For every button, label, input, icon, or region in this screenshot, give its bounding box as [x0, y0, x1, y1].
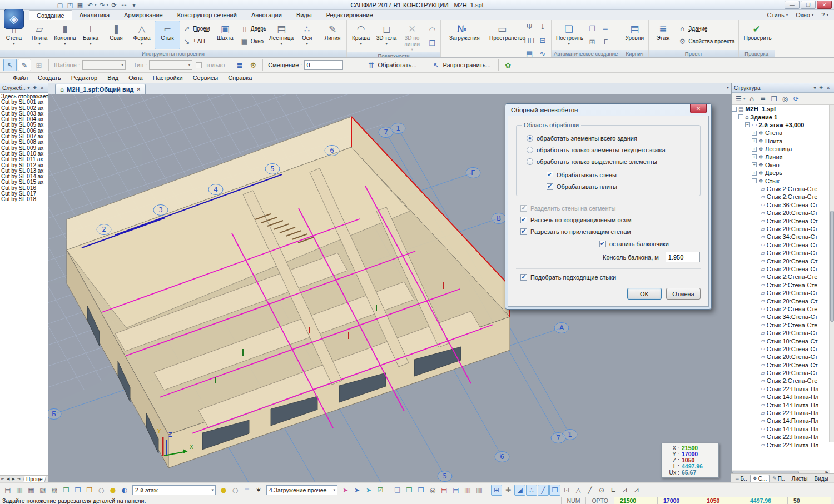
loads-show-icon[interactable]: ✶ — [253, 485, 264, 496]
sheet-red2-icon[interactable]: ▥ — [462, 485, 473, 496]
draw-angle-icon[interactable]: ∟ — [608, 485, 619, 496]
tree-node-joint[interactable]: ▱ Стык 2:Стена-Сте — [732, 305, 830, 313]
dialog-title-bar[interactable]: Сборный железобетон — [508, 104, 709, 116]
load-select-icon[interactable]: ➤ — [351, 485, 363, 496]
expand-icon[interactable]: + — [752, 171, 757, 176]
checkbox-keep-balconies[interactable] — [599, 241, 606, 247]
ribbon-button[interactable]: ▤ Лестница ▾ — [269, 21, 294, 49]
tree-node-joint[interactable]: ▱ Стык 2:Стена-Сте — [732, 185, 830, 193]
menu-item[interactable]: Создать — [33, 74, 66, 81]
cut-list-item[interactable]: Cut by SL 011 ax — [1, 157, 48, 162]
tree-node-joint[interactable]: ▱ Стык 2:Стена-Сте — [732, 377, 830, 385]
panel-tab[interactable]: Листы — [788, 475, 811, 482]
cut-list-item[interactable]: Cut by SL 018 — [1, 197, 48, 202]
panel-tab[interactable]: ≣Б.. — [732, 475, 750, 482]
chevron-down-icon[interactable]: ▾ — [26, 86, 32, 91]
close-button[interactable]: ✕ — [817, 1, 832, 9]
ribbon-button[interactable]: ✔ Проверить — [740, 21, 773, 49]
select-cursor-button[interactable]: ↖ — [3, 59, 17, 71]
display-wire-icon[interactable]: ▦ — [26, 485, 37, 496]
menu-button[interactable]: Стиль▾ — [767, 12, 788, 18]
document-tab[interactable]: ⌂ M2H_1.spf:Общий вид ✕ — [55, 84, 146, 94]
ribbon-tab[interactable]: Виды — [289, 10, 319, 20]
tree-node-joint[interactable]: ▱ Стык 20:Стена-Ст — [732, 257, 830, 265]
cut-list-item[interactable]: Cut by SL 014 ax — [1, 174, 48, 179]
expand-icon[interactable]: + — [752, 131, 757, 136]
snap-line-icon[interactable]: ╱ — [538, 485, 549, 496]
tree-node-category[interactable]: + ❖ Линия — [732, 153, 830, 161]
close-icon[interactable]: ✕ — [38, 86, 46, 91]
cut-list-item[interactable]: Cut by SL 002 ax — [1, 106, 48, 111]
stack-icon[interactable]: ≣ — [599, 22, 612, 34]
tree-node-joint[interactable]: ▱ Стык 20:Стена-Ст — [732, 209, 830, 217]
checkbox-cut-by-axes[interactable] — [520, 217, 527, 223]
template-combo[interactable]: ▾ — [82, 60, 126, 70]
cut-list-item[interactable]: Cut by SL 017 — [1, 191, 48, 197]
tree-node-joint[interactable]: ▱ Стык 2:Стена-Сте — [732, 273, 830, 281]
bulb-off-icon[interactable]: ○ — [96, 485, 107, 496]
display-mode-icon[interactable]: ▤ — [2, 485, 13, 496]
tree-node-joint[interactable]: ▱ Стык 20:Стена-Ст — [732, 353, 830, 361]
tab-list-dropdown-icon[interactable]: ▾ — [727, 85, 729, 90]
quick-access-button[interactable]: ☷ — [120, 1, 128, 9]
tree-node-root[interactable]: − ▤ M2H_1.spf — [732, 105, 830, 113]
ribbon-button[interactable]: ✕ 3D по линии ▾ — [399, 21, 425, 52]
expand-icon[interactable]: + — [752, 138, 757, 143]
tree-node-joint[interactable]: ▱ Стык 20:Стена-Ст — [732, 289, 830, 297]
checkbox-process-slabs[interactable] — [547, 183, 553, 190]
tree-node-joint[interactable]: ▱ Стык 22:Плита-Пл — [732, 441, 830, 447]
tree-node-category[interactable]: + ❖ Дверь — [732, 169, 830, 177]
panel-toolbar-button[interactable]: ≣ — [758, 95, 768, 103]
ribbon-button[interactable]: ◻ 3D тела ▾ — [374, 21, 399, 52]
ribbon-tab[interactable]: Конструктор сечений — [170, 10, 244, 20]
open-file-icon[interactable]: ◰ — [66, 1, 75, 9]
tree-node-joint[interactable]: ▱ Стык 34:Стена-Ст — [732, 313, 830, 321]
snap-node-icon[interactable]: ✚ — [503, 485, 514, 496]
tree-node-joint[interactable]: ▱ Стык 20:Стена-Ст — [732, 297, 830, 305]
checkbox-match-joints[interactable] — [520, 274, 527, 281]
tree-node-joint[interactable]: ▱ Стык 20:Стена-Ст — [732, 217, 830, 224]
menu-item[interactable]: Вид — [102, 74, 123, 81]
bulb-half-icon[interactable]: ◐ — [119, 485, 130, 496]
panel-toolbar-button[interactable]: ⌂ — [747, 95, 757, 103]
record-nav-button[interactable]: ⇥ — [16, 477, 22, 481]
floor-ghost-icon[interactable]: ○ — [230, 485, 241, 496]
only-checkbox[interactable] — [196, 62, 202, 68]
chevron-down-icon[interactable]: ▾ — [812, 86, 818, 91]
draw-line-icon[interactable]: ╱ — [584, 485, 595, 496]
tree-node-joint[interactable]: ▱ Стык 22:Плита-Пл — [732, 433, 830, 441]
ribbon-button[interactable]: △ Ферма ▾ — [129, 21, 155, 49]
copy-object-icon[interactable]: ❐ — [586, 22, 598, 34]
load-pin-icon[interactable]: ➤ — [340, 485, 351, 496]
ribbon-button[interactable]: ▮ Колонна ▾ — [52, 21, 78, 49]
tree-node-joint[interactable]: ▱ Стык 10:Стена-Ст — [732, 337, 830, 345]
plugin-icon[interactable]: ✿ — [502, 59, 515, 71]
structure-panel-header[interactable]: Структура ▾ ✚ ✕ — [732, 83, 834, 93]
menu-item[interactable]: Справка — [223, 74, 257, 81]
quick-access-button[interactable]: ▦ — [76, 1, 85, 9]
panel-tab[interactable]: Виды — [811, 475, 831, 482]
checkbox-split-walls[interactable] — [520, 205, 527, 212]
qat-more-icon[interactable]: ▾ — [130, 1, 138, 9]
tree-node-joint[interactable]: ▱ Стык 22:Плита-Пл — [732, 385, 830, 393]
cut-list-item[interactable]: Cut by SL 006 ax — [1, 128, 48, 134]
ribbon-button[interactable]: ⌂Здание — [677, 23, 736, 34]
menu-item[interactable]: Редактор — [66, 74, 102, 81]
ribbon-button[interactable]: ❚ Свая — [103, 21, 129, 49]
dialog-close-button[interactable]: ✕ — [690, 104, 707, 113]
pin-icon[interactable]: ✚ — [818, 86, 825, 91]
pin-icon[interactable]: ✚ — [32, 86, 39, 91]
tree-node-joint[interactable]: ▱ Стык 20:Стена-Ст — [732, 345, 830, 353]
sync-icon[interactable]: ⟳ — [110, 1, 118, 9]
snap-points-icon[interactable]: ∴ — [526, 485, 537, 496]
dome-icon[interactable]: ◠ — [426, 23, 438, 36]
strip-load-icon[interactable]: ΠΠ — [523, 34, 535, 46]
radio-selected-elements[interactable] — [527, 158, 533, 165]
radio-whole-building[interactable] — [527, 135, 533, 142]
panel-tab[interactable]: ✎П.. — [770, 475, 787, 482]
model-plan-icon[interactable]: ❐ — [72, 485, 83, 496]
tab-close-icon[interactable]: ✕ — [136, 87, 141, 92]
cut-list-item[interactable]: Cut by SL 003 ax — [1, 111, 48, 117]
ribbon-button[interactable]: ❏ Построить ▾ — [553, 21, 585, 49]
panel-toolbar-button[interactable]: ⟳ — [792, 95, 801, 103]
